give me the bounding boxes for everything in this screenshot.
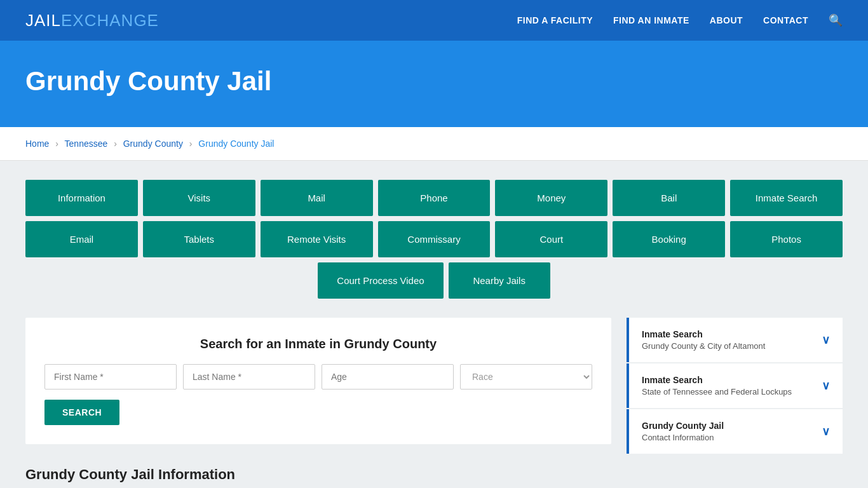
sidebar-item-content-2: Grundy County Jail Contact Information [642,421,724,442]
sidebar: Inmate Search Grundy County & City of Al… [627,318,843,454]
chevron-down-icon: ∨ [822,333,830,347]
nav-contact[interactable]: CONTACT [763,15,808,25]
breadcrumb-sep-3: › [189,139,193,149]
nav-btn-information[interactable]: Information [25,180,138,216]
nav-grid-row3: Court Process VideoNearby Jails [25,262,843,299]
sidebar-item-subtitle-1: State of Tennessee and Federal Lockups [642,387,792,396]
nav-btn-nearby-jails[interactable]: Nearby Jails [449,262,550,299]
search-title: Search for an Inmate in Grundy County [44,337,592,351]
breadcrumb: Home › Tennessee › Grundy County › Grund… [0,127,868,161]
page-title: Grundy County Jail [25,66,843,97]
logo-jail: JAIL [25,11,61,30]
nav-btn-court-process-video[interactable]: Court Process Video [318,262,443,299]
sidebar-item-content-0: Inmate Search Grundy County & City of Al… [642,329,765,351]
sidebar-item-title-2: Grundy County Jail [642,421,724,431]
nav-btn-visits[interactable]: Visits [143,180,255,216]
breadcrumb-county[interactable]: Grundy County [123,139,183,149]
main-nav: FIND A FACILITY FIND AN INMATE ABOUT CON… [517,13,843,27]
nav-grid-row2: EmailTabletsRemote VisitsCommissaryCourt… [25,221,843,257]
last-name-input[interactable] [183,364,315,390]
inmate-search-box: Search for an Inmate in Grundy County Ra… [25,318,611,444]
sidebar-item-1[interactable]: Inmate Search State of Tennessee and Fed… [627,363,843,408]
chevron-down-icon: ∨ [822,379,830,393]
main-layout: Search for an Inmate in Grundy County Ra… [25,318,843,454]
breadcrumb-state[interactable]: Tennessee [65,139,108,149]
breadcrumb-current: Grundy County Jail [198,139,274,149]
nav-btn-photos[interactable]: Photos [730,221,843,257]
sidebar-item-title-0: Inmate Search [642,329,765,339]
breadcrumb-sep-2: › [114,139,117,149]
search-icon[interactable]: 🔍 [829,13,843,27]
sidebar-item-title-1: Inmate Search [642,375,792,385]
nav-btn-inmate-search[interactable]: Inmate Search [730,180,843,216]
nav-btn-phone[interactable]: Phone [378,180,491,216]
breadcrumb-home[interactable]: Home [25,139,49,149]
nav-btn-commissary[interactable]: Commissary [378,221,491,257]
sidebar-item-2[interactable]: Grundy County Jail Contact Information ∨ [627,409,843,454]
age-input[interactable] [322,364,454,390]
content-area: InformationVisitsMailPhoneMoneyBailInmat… [0,161,868,488]
nav-grid-row1: InformationVisitsMailPhoneMoneyBailInmat… [25,180,843,216]
chevron-down-icon: ∨ [822,424,830,438]
nav-btn-money[interactable]: Money [495,180,607,216]
nav-btn-mail[interactable]: Mail [261,180,373,216]
nav-btn-booking[interactable]: Booking [613,221,725,257]
hero-section: Grundy County Jail [0,41,868,127]
sidebar-item-subtitle-0: Grundy County & City of Altamont [642,341,765,351]
sidebar-item-content-1: Inmate Search State of Tennessee and Fed… [642,375,792,396]
bottom-section: Grundy County Jail Information [25,466,843,483]
site-header: JAILEXCHANGE FIND A FACILITY FIND AN INM… [0,0,868,41]
search-fields: RaceWhiteBlackHispanicAsianOther [44,364,592,390]
sidebar-item-0[interactable]: Inmate Search Grundy County & City of Al… [627,318,843,362]
nav-btn-court[interactable]: Court [495,221,607,257]
nav-btn-tablets[interactable]: Tablets [143,221,255,257]
logo-exchange: EXCHANGE [61,11,159,30]
nav-btn-email[interactable]: Email [25,221,138,257]
first-name-input[interactable] [44,364,177,390]
nav-btn-bail[interactable]: Bail [613,180,725,216]
nav-about[interactable]: ABOUT [710,15,743,25]
nav-btn-remote-visits[interactable]: Remote Visits [261,221,373,257]
site-logo[interactable]: JAILEXCHANGE [25,11,159,30]
nav-find-inmate[interactable]: FIND AN INMATE [613,15,689,25]
nav-find-facility[interactable]: FIND A FACILITY [517,15,593,25]
sidebar-item-subtitle-2: Contact Information [642,433,724,442]
race-select[interactable]: RaceWhiteBlackHispanicAsianOther [460,364,592,390]
breadcrumb-sep-1: › [55,139,58,149]
search-button[interactable]: SEARCH [44,400,119,425]
bottom-title: Grundy County Jail Information [25,466,843,483]
